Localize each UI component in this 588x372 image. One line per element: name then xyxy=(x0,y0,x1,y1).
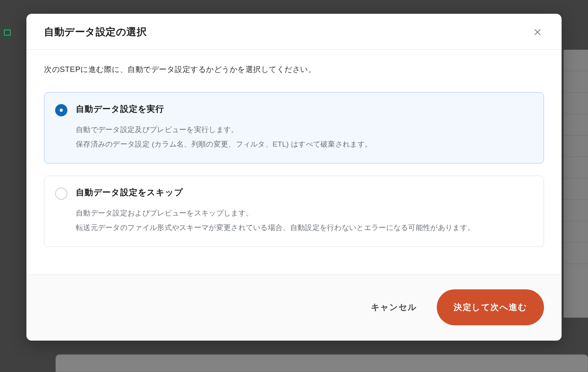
modal-header: 自動データ設定の選択 xyxy=(26,14,562,50)
option-content: 自動データ設定を実行 自動でデータ設定及びプレビューを実行します。 保存済みのデ… xyxy=(76,103,533,152)
option-description: 自動データ設定およびプレビューをスキップします。 転送元データのファイル形式やス… xyxy=(76,206,533,235)
close-icon xyxy=(533,28,542,36)
modal-footer: キャンセル 決定して次へ進む xyxy=(26,274,562,341)
cancel-button[interactable]: キャンセル xyxy=(368,298,420,317)
option-title: 自動データ設定を実行 xyxy=(76,103,533,115)
option-execute-auto-settings[interactable]: 自動データ設定を実行 自動でデータ設定及びプレビューを実行します。 保存済みのデ… xyxy=(44,92,544,163)
auto-data-settings-modal: 自動データ設定の選択 次のSTEPに進む際に、自動でデータ設定するかどうかを選択… xyxy=(26,14,562,341)
option-title: 自動データ設定をスキップ xyxy=(76,187,533,198)
radio-selected-icon xyxy=(55,104,67,116)
option-skip-auto-settings[interactable]: 自動データ設定をスキップ 自動データ設定およびプレビューをスキップします。 転送… xyxy=(44,176,544,247)
close-button[interactable] xyxy=(531,26,544,39)
option-description: 自動でデータ設定及びプレビューを実行します。 保存済みのデータ設定 (カラム名、… xyxy=(76,122,533,152)
confirm-next-button[interactable]: 決定して次へ進む xyxy=(437,289,544,325)
option-content: 自動データ設定をスキップ 自動データ設定およびプレビューをスキップします。 転送… xyxy=(76,187,533,235)
modal-title: 自動データ設定の選択 xyxy=(44,25,147,39)
instruction-text: 次のSTEPに進む際に、自動でデータ設定するかどうかを選択してください。 xyxy=(44,64,544,75)
modal-overlay: 自動データ設定の選択 次のSTEPに進む際に、自動でデータ設定するかどうかを選択… xyxy=(0,0,588,372)
radio-unselected-icon xyxy=(55,188,67,200)
modal-body: 次のSTEPに進む際に、自動でデータ設定するかどうかを選択してください。 自動デ… xyxy=(26,50,562,274)
